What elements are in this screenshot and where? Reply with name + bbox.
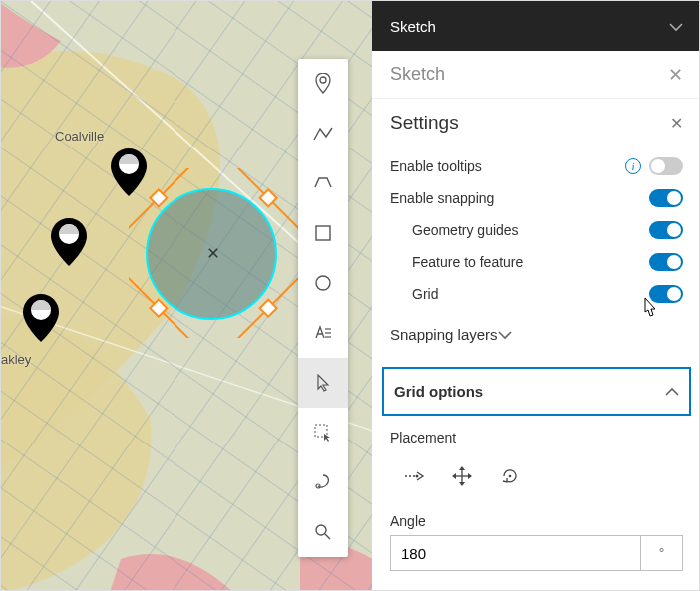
enable-tooltips-row: Enable tooltips i (372, 150, 700, 182)
point-icon (314, 73, 332, 95)
placement-button-group (372, 455, 700, 497)
geometry-guides-label: Geometry guides (412, 222, 519, 238)
circle-icon (314, 274, 332, 292)
origin-icon (403, 467, 425, 485)
locality-label: Coalville (55, 129, 104, 144)
map-canvas[interactable]: Coalville akley (1, 1, 372, 591)
placement-rotate-button[interactable] (486, 459, 533, 493)
polygon-icon (313, 175, 333, 191)
sketch-tool-rail (298, 59, 348, 557)
settings-title: Settings (390, 112, 459, 134)
angle-input[interactable] (390, 535, 641, 571)
locality-label: akley (1, 352, 31, 367)
move-icon (452, 466, 472, 486)
map-pin[interactable] (111, 148, 147, 196)
chevron-up-icon (665, 387, 679, 397)
chevron-down-icon (498, 330, 512, 340)
angle-input-row: ° (372, 535, 700, 571)
search-tool[interactable] (298, 507, 348, 557)
enable-tooltips-label: Enable tooltips (390, 158, 482, 174)
panel-subtitle: Sketch (390, 64, 445, 85)
svg-line-24 (325, 534, 330, 539)
snapping-layers-section[interactable]: Snapping layers (372, 310, 700, 359)
enable-snapping-row: Enable snapping (372, 182, 700, 214)
placement-move-button[interactable] (438, 459, 486, 493)
rectangle-icon (314, 224, 332, 242)
enable-snapping-label: Enable snapping (390, 190, 494, 206)
selection-box[interactable] (129, 168, 298, 338)
grid-options-label: Grid options (394, 383, 483, 400)
svg-point-23 (316, 525, 326, 535)
placement-label: Placement (372, 416, 700, 455)
select-tool[interactable] (298, 358, 348, 408)
angle-label: Angle (372, 497, 700, 535)
settings-scroll[interactable]: Enable tooltips i Enable snapping Geomet… (372, 147, 700, 591)
map-pin[interactable] (51, 218, 87, 266)
geometry-guides-row: Geometry guides (372, 214, 700, 246)
panel-title: Sketch (390, 18, 436, 35)
close-icon[interactable]: ✕ (668, 64, 683, 86)
text-icon (314, 325, 332, 341)
close-icon[interactable]: ✕ (670, 114, 683, 133)
lasso-select-tool[interactable] (298, 408, 348, 457)
chevron-down-icon[interactable] (669, 18, 683, 35)
grid-snap-toggle[interactable] (649, 285, 683, 303)
undo-tool[interactable] (298, 457, 348, 507)
grid-snap-label: Grid (412, 286, 438, 302)
text-tool[interactable] (298, 308, 348, 358)
snapping-layers-label: Snapping layers (390, 326, 498, 343)
grid-options-section[interactable]: Grid options (382, 367, 691, 416)
info-icon[interactable]: i (625, 158, 641, 174)
grid-snap-row: Grid (372, 278, 700, 310)
point-tool[interactable] (298, 59, 348, 109)
feature-to-feature-row: Feature to feature (372, 246, 700, 278)
feature-to-feature-label: Feature to feature (412, 254, 523, 270)
panel-header[interactable]: Sketch (372, 1, 700, 51)
svg-point-17 (316, 276, 330, 290)
map-pin[interactable] (23, 294, 59, 342)
enable-snapping-toggle[interactable] (649, 189, 683, 207)
polyline-tool[interactable] (298, 109, 348, 158)
circle-tool[interactable] (298, 258, 348, 308)
lasso-icon (314, 424, 332, 442)
search-icon (314, 523, 332, 541)
sidebar-panel: Sketch Sketch ✕ Settings ✕ Enable toolti… (372, 1, 700, 591)
undo-icon (314, 472, 332, 492)
panel-subheader: Sketch ✕ (372, 51, 700, 99)
cursor-icon (316, 374, 330, 392)
feature-to-feature-toggle[interactable] (649, 253, 683, 271)
polygon-tool[interactable] (298, 158, 348, 208)
angle-unit: ° (641, 535, 683, 571)
rectangle-tool[interactable] (298, 208, 348, 258)
geometry-guides-toggle[interactable] (649, 221, 683, 239)
svg-rect-16 (316, 226, 330, 240)
settings-header: Settings ✕ (372, 99, 700, 147)
polyline-icon (313, 126, 333, 142)
svg-point-26 (416, 475, 419, 478)
rotate-icon (500, 466, 520, 486)
enable-tooltips-toggle[interactable] (649, 157, 683, 175)
svg-point-29 (509, 475, 512, 478)
placement-origin-button[interactable] (390, 459, 438, 493)
